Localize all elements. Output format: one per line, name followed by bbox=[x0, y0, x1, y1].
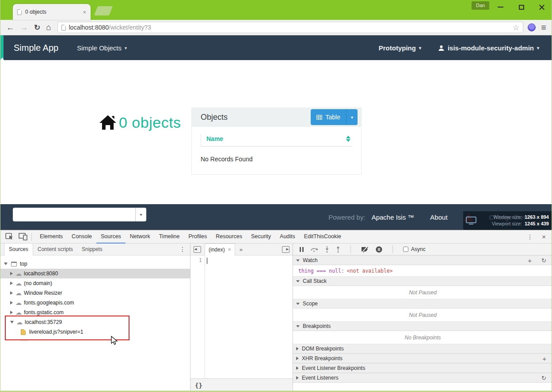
table-view-dropdown[interactable]: ▾ bbox=[346, 109, 358, 125]
step-into-icon[interactable] bbox=[325, 246, 329, 253]
tab-close-icon[interactable]: × bbox=[83, 9, 86, 15]
window-size-label: Window size: bbox=[493, 214, 522, 221]
collapsed-arrow-icon[interactable] bbox=[10, 291, 13, 295]
domain-cloud-icon: ☁ bbox=[15, 309, 22, 316]
window-maximize-button[interactable] bbox=[515, 3, 528, 11]
step-out-icon[interactable] bbox=[336, 246, 340, 253]
combobox-dropdown[interactable]: ▾ bbox=[135, 208, 146, 221]
devtools-menu-icon[interactable]: ⋮ bbox=[527, 233, 533, 240]
window-close-button[interactable] bbox=[535, 3, 548, 11]
editor-tab-index[interactable]: (index) × bbox=[205, 244, 235, 255]
watch-expression-row[interactable]: thing === null: <not available> bbox=[293, 265, 552, 276]
call-stack-section-header[interactable]: Call Stack bbox=[293, 276, 552, 286]
collapsed-arrow-icon[interactable] bbox=[10, 282, 13, 285]
tab-console[interactable]: Console bbox=[67, 230, 96, 244]
event-listener-breakpoints-section-header[interactable]: Event Listener Breakpoints bbox=[293, 363, 552, 373]
app-brand[interactable]: Simple App bbox=[14, 43, 58, 53]
code-editor[interactable]: 1 bbox=[190, 255, 293, 378]
pretty-print-icon[interactable]: {} bbox=[190, 382, 202, 389]
user-menu[interactable]: isis-module-security-admin ▾ bbox=[438, 44, 539, 52]
show-drawer-icon[interactable]: ▶ bbox=[282, 246, 289, 253]
watch-header-actions: + ↻ bbox=[528, 257, 546, 264]
mouse-cursor bbox=[111, 336, 118, 346]
subtab-sources[interactable]: Sources bbox=[4, 244, 33, 255]
powered-by-label: Powered by: bbox=[328, 213, 365, 221]
inspect-element-icon[interactable] bbox=[4, 232, 14, 241]
tab-security[interactable]: Security bbox=[247, 230, 275, 244]
tree-item-window-resizer[interactable]: ☁ Window Resizer bbox=[0, 288, 190, 298]
chevron-down-icon: ▾ bbox=[419, 46, 421, 50]
close-icon[interactable]: × bbox=[228, 247, 231, 253]
collapsed-arrow-icon[interactable] bbox=[10, 311, 13, 314]
tab-editthiscookie[interactable]: EditThisCookie bbox=[300, 230, 346, 244]
refresh-listeners-icon[interactable]: ↻ bbox=[541, 375, 546, 381]
watch-section-header[interactable]: Watch + ↻ bbox=[293, 255, 552, 265]
event-listeners-section-header[interactable]: Event Listeners ↻ bbox=[293, 373, 552, 383]
dom-breakpoints-section-header[interactable]: DOM Breakpoints bbox=[293, 344, 552, 354]
browser-tab[interactable]: 0 objects × bbox=[13, 4, 91, 20]
new-tab-button[interactable] bbox=[94, 6, 113, 15]
async-checkbox[interactable] bbox=[403, 247, 408, 252]
subtabs-menu-icon[interactable]: ⋮ bbox=[179, 246, 190, 253]
search-combobox[interactable]: ▾ bbox=[13, 208, 146, 221]
text-caret bbox=[207, 258, 207, 264]
tab-elements[interactable]: Elements bbox=[35, 230, 67, 244]
tree-label: top bbox=[20, 261, 27, 267]
url-host: localhost:8080 bbox=[69, 24, 109, 31]
tab-profiles[interactable]: Profiles bbox=[184, 230, 211, 244]
more-tabs-icon[interactable]: » bbox=[240, 246, 243, 253]
chrome-menu-icon[interactable]: ≡ bbox=[541, 23, 546, 33]
step-over-icon[interactable] bbox=[310, 247, 318, 252]
tab-sources[interactable]: Sources bbox=[96, 230, 126, 244]
home-button[interactable]: ⌂ bbox=[46, 23, 51, 32]
hide-navigator-icon[interactable]: ◀ bbox=[194, 246, 201, 253]
page-content: Simple App Simple Objects ▾ Prototyping … bbox=[0, 35, 552, 204]
column-header-name[interactable]: Name bbox=[206, 135, 223, 142]
xhr-breakpoints-section-header[interactable]: XHR Breakpoints + bbox=[293, 354, 552, 363]
code-area[interactable] bbox=[205, 255, 293, 378]
tab-network[interactable]: Network bbox=[126, 230, 155, 244]
scope-section-header[interactable]: Scope bbox=[293, 299, 552, 308]
table-view-button[interactable]: Table ▾ bbox=[311, 109, 358, 125]
expanded-arrow-icon bbox=[296, 259, 300, 262]
watch-value: <not available> bbox=[347, 268, 393, 274]
tree-item-top[interactable]: top bbox=[0, 259, 190, 269]
subtab-snippets[interactable]: Snippets bbox=[77, 244, 107, 255]
breakpoints-section-header[interactable]: Breakpoints bbox=[293, 321, 552, 331]
tab-timeline[interactable]: Timeline bbox=[155, 230, 184, 244]
add-watch-icon[interactable]: + bbox=[528, 257, 532, 264]
tab-audits[interactable]: Audits bbox=[275, 230, 300, 244]
collapsed-arrow-icon[interactable] bbox=[10, 272, 13, 275]
add-xhr-breakpoint-icon[interactable]: + bbox=[542, 355, 546, 362]
domain-cloud-icon: ☁ bbox=[15, 270, 22, 277]
pause-script-icon[interactable] bbox=[300, 247, 304, 252]
profile-badge[interactable]: Dan bbox=[472, 1, 489, 10]
sort-icon[interactable] bbox=[346, 136, 350, 142]
deactivate-breakpoints-icon[interactable] bbox=[361, 246, 369, 252]
sources-sidebar: Sources Content scripts Snippets ⋮ top ☁… bbox=[0, 244, 190, 392]
menu-simple-objects[interactable]: Simple Objects ▾ bbox=[77, 44, 127, 52]
table-view-main[interactable]: Table bbox=[311, 109, 346, 125]
bookmark-star-icon[interactable]: ☆ bbox=[513, 23, 519, 32]
editthiscookie-extension-icon[interactable] bbox=[528, 23, 536, 31]
menu-prototyping[interactable]: Prototyping ▾ bbox=[379, 44, 421, 52]
tab-resources[interactable]: Resources bbox=[211, 230, 247, 244]
address-bar[interactable]: localhost:8080/wicket/entity?3 ☆ bbox=[57, 22, 524, 33]
tree-item-fonts-googleapis[interactable]: ☁ fonts.googleapis.com bbox=[0, 298, 190, 308]
collapsed-arrow-icon[interactable] bbox=[10, 301, 13, 304]
expanded-arrow-icon[interactable] bbox=[4, 263, 8, 265]
devtools-close-icon[interactable]: × bbox=[542, 233, 546, 240]
tree-item-localhost8080[interactable]: ☁ localhost:8080 bbox=[0, 269, 190, 278]
pause-on-exceptions-icon[interactable] bbox=[376, 246, 382, 253]
reload-button[interactable]: ↻ bbox=[34, 23, 40, 32]
window-minimize-button[interactable] bbox=[494, 3, 507, 11]
device-toolbar-icon[interactable] bbox=[18, 232, 28, 241]
section-title: DOM Breakpoints bbox=[302, 346, 344, 352]
forward-button[interactable]: → bbox=[20, 23, 28, 32]
subtab-content-scripts[interactable]: Content scripts bbox=[33, 244, 77, 255]
async-toggle[interactable]: Async bbox=[403, 246, 426, 252]
back-button[interactable]: ← bbox=[6, 23, 14, 32]
refresh-watch-icon[interactable]: ↻ bbox=[541, 257, 546, 264]
about-link[interactable]: About bbox=[430, 213, 447, 221]
tree-item-no-domain[interactable]: ☁ (no domain) bbox=[0, 278, 190, 288]
